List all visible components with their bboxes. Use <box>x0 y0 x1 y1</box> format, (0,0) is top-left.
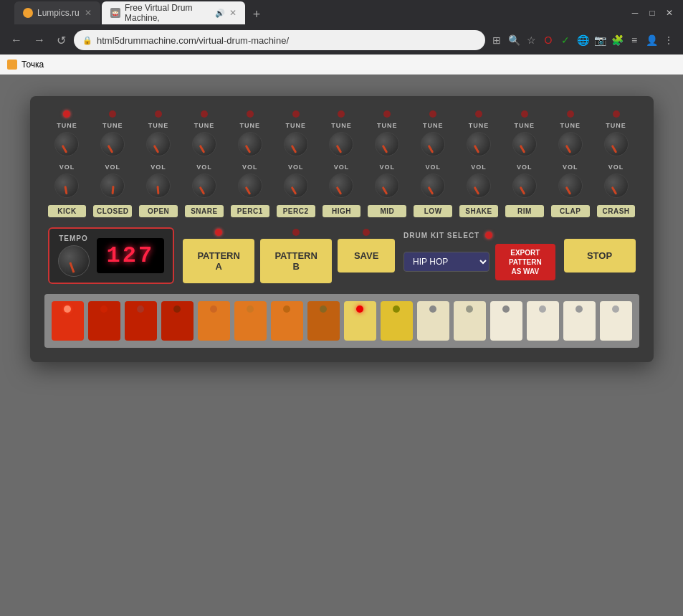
knob-high-vol[interactable] <box>329 174 353 198</box>
pattern-b-button[interactable]: PATTERN B <box>260 239 332 283</box>
tab-lumpics[interactable]: Lumpics.ru ✕ <box>14 1 100 24</box>
knob-rim-tune[interactable] <box>512 132 537 156</box>
pad-6[interactable] <box>234 301 267 341</box>
knob-kick-vol[interactable] <box>54 174 79 198</box>
pad-16[interactable] <box>600 301 632 341</box>
knob-perc2-tune[interactable] <box>284 132 308 156</box>
led-snare-tune <box>201 110 208 118</box>
pad-14[interactable] <box>527 301 559 341</box>
knob-perc1-tune[interactable] <box>238 132 262 156</box>
inst-btn-crash[interactable]: CRASH <box>597 205 636 217</box>
profile-icon[interactable]: 👤 <box>644 33 659 47</box>
tab-close-lumpics[interactable]: ✕ <box>85 8 92 18</box>
pad-2[interactable] <box>88 301 120 341</box>
inst-btn-perc2[interactable]: PERC2 <box>277 205 315 217</box>
pad-13[interactable] <box>490 301 522 341</box>
knob-rim-vol[interactable] <box>512 174 537 198</box>
led-mid-tune <box>383 110 391 118</box>
maximize-button[interactable]: □ <box>647 8 657 18</box>
knob-mid-tune[interactable] <box>375 132 399 156</box>
pad-led-10 <box>393 305 400 313</box>
inst-btn-shake[interactable]: SHAKE <box>459 205 498 217</box>
knob-crash-tune[interactable] <box>604 132 629 156</box>
star-icon[interactable]: ☆ <box>524 33 538 47</box>
stop-button[interactable]: STOP <box>564 239 636 273</box>
forward-button[interactable]: → <box>30 32 49 48</box>
tab-favicon-drum: 🥁 <box>110 8 120 18</box>
pad-5[interactable] <box>198 301 230 341</box>
pad-15[interactable] <box>563 301 596 341</box>
inst-btn-kick[interactable]: KICK <box>48 205 87 217</box>
puzzle-icon[interactable]: 🧩 <box>610 33 624 47</box>
inst-btn-high[interactable]: HIGH <box>323 205 361 217</box>
knob-low-vol[interactable] <box>421 174 445 198</box>
page-background: TUNE TUNE TUNE TUNE TUNE <box>0 75 683 562</box>
save-button[interactable]: SAVE <box>338 239 395 273</box>
globe-icon[interactable]: 🌐 <box>575 33 590 47</box>
knob-open-tune[interactable] <box>146 132 171 156</box>
knob-perc2-vol[interactable] <box>284 174 308 198</box>
export-button[interactable]: EXPORT PATTERNAS WAV <box>495 244 555 280</box>
knob-low-tune[interactable] <box>421 132 445 156</box>
bookmark-label[interactable]: Точка <box>22 60 44 70</box>
opera-icon[interactable]: O <box>541 33 555 47</box>
led-crash-tune <box>613 110 620 118</box>
tab-audio-icon[interactable]: 🔊 <box>215 9 225 18</box>
bookmark-folder-icon <box>7 60 17 70</box>
tune-label-perc2: TUNE <box>285 122 306 129</box>
inst-btn-perc1[interactable]: PERC1 <box>231 205 269 217</box>
new-tab-button[interactable]: + <box>247 4 267 24</box>
camera-icon[interactable]: 📷 <box>593 33 607 47</box>
knob-perc1-vol[interactable] <box>238 174 262 198</box>
inst-btn-low[interactable]: LOW <box>414 205 452 217</box>
drum-kit-select[interactable]: HIP HOP ROCK ELECTRONIC JAZZ <box>403 252 489 272</box>
knob-crash-vol[interactable] <box>604 174 629 198</box>
knob-mid-vol[interactable] <box>375 174 399 198</box>
pad-7[interactable] <box>271 301 303 341</box>
knob-shake-tune[interactable] <box>467 132 491 156</box>
tab-close-drum[interactable]: ✕ <box>229 8 237 18</box>
knob-closed-vol[interactable] <box>100 174 125 198</box>
inst-low-vol: VOL <box>414 164 452 198</box>
search-icon[interactable]: 🔍 <box>507 33 521 47</box>
translate-icon[interactable]: ⊞ <box>489 33 504 47</box>
pad-9[interactable] <box>344 301 376 341</box>
pad-8[interactable] <box>307 301 340 341</box>
pad-10[interactable] <box>381 301 413 341</box>
url-field[interactable]: 🔒 html5drummachine.com/virtual-drum-mach… <box>74 30 485 50</box>
inst-btn-snare[interactable]: SNARE <box>185 205 224 217</box>
inst-btn-clap[interactable]: CLAP <box>551 205 590 217</box>
tempo-label: TEMPO <box>59 234 88 242</box>
knob-clap-tune[interactable] <box>558 132 583 156</box>
more-icon[interactable]: ⋮ <box>661 33 676 47</box>
minimize-button[interactable]: ─ <box>630 8 640 18</box>
knob-snare-tune[interactable] <box>192 132 216 156</box>
menu-icon[interactable]: ≡ <box>627 33 641 47</box>
tab-drum[interactable]: 🥁 Free Virtual Drum Machine, 🔊 ✕ <box>102 1 245 24</box>
toolbar-icons: ⊞ 🔍 ☆ O ✓ 🌐 📷 🧩 ≡ 👤 ⋮ <box>489 33 676 47</box>
pad-1[interactable] <box>52 301 84 341</box>
knob-shake-vol[interactable] <box>467 174 491 198</box>
inst-btn-mid[interactable]: MID <box>368 205 406 217</box>
pad-3[interactable] <box>125 301 157 341</box>
knob-closed-tune[interactable] <box>100 132 125 156</box>
knob-kick-tune[interactable] <box>54 132 79 156</box>
url-text: html5drummachine.com/virtual-drum-machin… <box>97 35 289 46</box>
close-button[interactable]: ✕ <box>664 8 674 18</box>
pad-12[interactable] <box>454 301 486 341</box>
pad-4[interactable] <box>161 301 194 341</box>
inst-btn-rim[interactable]: RIM <box>505 205 544 217</box>
reload-button[interactable]: ↺ <box>53 32 70 49</box>
knob-snare-vol[interactable] <box>192 174 216 198</box>
back-button[interactable]: ← <box>7 32 26 48</box>
knob-open-vol[interactable] <box>146 174 171 198</box>
inst-btn-closed[interactable]: CLOSED <box>93 205 132 217</box>
inst-low-tune: TUNE <box>414 110 452 156</box>
pad-11[interactable] <box>417 301 449 341</box>
check-icon[interactable]: ✓ <box>558 33 573 47</box>
inst-btn-open[interactable]: OPEN <box>139 205 178 217</box>
knob-clap-vol[interactable] <box>558 174 583 198</box>
pattern-a-button[interactable]: PATTERN A <box>183 239 254 283</box>
tempo-knob[interactable] <box>58 245 90 277</box>
knob-high-tune[interactable] <box>329 132 353 156</box>
